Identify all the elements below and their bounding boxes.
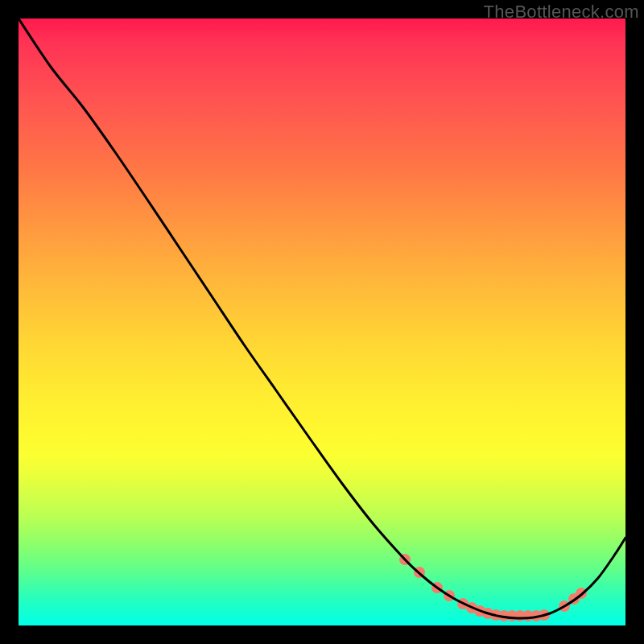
bottleneck-chart-svg <box>19 19 625 625</box>
chart-plot-area <box>19 19 625 625</box>
bottleneck-curve-line <box>19 19 625 618</box>
markers-group <box>399 554 587 621</box>
